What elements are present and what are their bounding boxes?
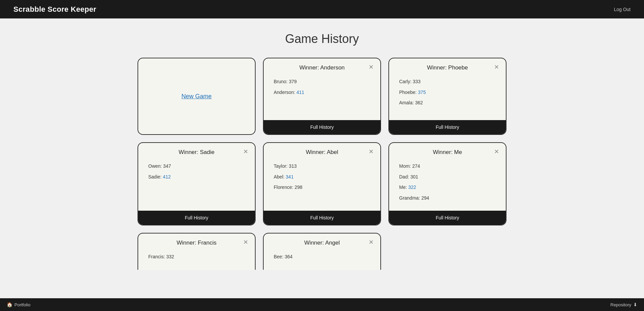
player-score-row: Phoebe: 375 xyxy=(399,89,496,96)
card-title-abel: Winner: Abel xyxy=(306,149,338,156)
card-footer-sadie[interactable]: Full History xyxy=(138,211,255,225)
new-game-button[interactable]: New Game xyxy=(181,93,212,100)
winner-score: 411 xyxy=(297,90,304,95)
player-score-row: Anderson: 411 xyxy=(274,89,370,96)
card-body-abel: Taylor: 313Abel: 341Florence: 298 xyxy=(264,160,380,211)
partial-card-angel: Winner: Angel✕Bee: 364 xyxy=(263,233,381,270)
card-header-sadie: Winner: Sadie✕ xyxy=(138,143,255,160)
player-score-row: Bee: 364 xyxy=(274,254,370,260)
card-footer-abel[interactable]: Full History xyxy=(264,211,380,225)
close-button-me[interactable]: ✕ xyxy=(493,148,500,155)
portfolio-link[interactable]: 🏠 Portfolio xyxy=(7,302,31,307)
partial-close-angel[interactable]: ✕ xyxy=(367,239,375,246)
close-button-sadie[interactable]: ✕ xyxy=(242,148,250,155)
player-score-row: Francis: 332 xyxy=(148,254,245,260)
partial-title-angel: Winner: Angel xyxy=(304,240,340,246)
player-score-row: Taylor: 313 xyxy=(274,163,370,170)
game-card-anderson: Winner: Anderson✕Bruno: 379Anderson: 411… xyxy=(263,58,381,135)
card-header-me: Winner: Me✕ xyxy=(389,143,506,160)
player-score-row: Owen: 347 xyxy=(148,163,245,170)
card-footer-phoebe[interactable]: Full History xyxy=(389,120,506,134)
game-card-me: Winner: Me✕Mom: 274Dad: 301Me: 322Grandm… xyxy=(388,142,506,225)
page-title: Game History xyxy=(20,32,624,46)
card-footer-anderson[interactable]: Full History xyxy=(264,120,380,134)
player-score-row: Grandma: 294 xyxy=(399,195,496,202)
partial-card-francis: Winner: Francis✕Francis: 332 xyxy=(138,233,256,270)
game-card-sadie: Winner: Sadie✕Owen: 347Sadie: 412Full Hi… xyxy=(138,142,256,225)
app-title: Scrabble Score Keeper xyxy=(13,5,96,14)
player-score-row: Sadie: 412 xyxy=(148,174,245,180)
portfolio-label: Portfolio xyxy=(14,302,31,307)
card-body-phoebe: Carly: 333Phoebe: 375Amala: 362 xyxy=(389,76,506,120)
repository-link[interactable]: Repository ⬇ xyxy=(610,302,637,307)
header: Scrabble Score Keeper Log Out xyxy=(0,0,644,18)
portfolio-icon: 🏠 xyxy=(7,302,12,307)
card-header-abel: Winner: Abel✕ xyxy=(264,143,380,160)
repository-icon: ⬇ xyxy=(633,302,637,307)
partial-header-francis: Winner: Francis✕ xyxy=(138,234,255,251)
card-title-anderson: Winner: Anderson xyxy=(299,64,344,71)
partial-games-row: Winner: Francis✕Francis: 332Winner: Ange… xyxy=(138,233,506,270)
logout-button[interactable]: Log Out xyxy=(614,7,631,12)
player-score-row: Mom: 274 xyxy=(399,163,496,170)
partial-empty-slot xyxy=(388,233,506,270)
partial-body-francis: Francis: 332 xyxy=(138,251,255,270)
partial-header-angel: Winner: Angel✕ xyxy=(264,234,380,251)
player-score-row: Dad: 301 xyxy=(399,174,496,180)
player-score-row: Amala: 362 xyxy=(399,100,496,106)
game-card-abel: Winner: Abel✕Taylor: 313Abel: 341Florenc… xyxy=(263,142,381,225)
close-button-abel[interactable]: ✕ xyxy=(367,148,375,155)
winner-score: 412 xyxy=(163,174,171,179)
close-button-anderson[interactable]: ✕ xyxy=(367,63,375,71)
card-title-sadie: Winner: Sadie xyxy=(179,149,215,156)
winner-score: 375 xyxy=(418,90,426,95)
partial-close-francis[interactable]: ✕ xyxy=(242,239,250,246)
main-content: Game History New Game Winner: Anderson✕B… xyxy=(0,18,644,298)
card-footer-me[interactable]: Full History xyxy=(389,211,506,225)
partial-body-angel: Bee: 364 xyxy=(264,251,380,270)
card-header-anderson: Winner: Anderson✕ xyxy=(264,58,380,76)
card-header-phoebe: Winner: Phoebe✕ xyxy=(389,58,506,76)
games-grid: New Game Winner: Anderson✕Bruno: 379Ande… xyxy=(138,58,506,225)
player-score-row: Bruno: 379 xyxy=(274,79,370,85)
card-body-sadie: Owen: 347Sadie: 412 xyxy=(138,160,255,211)
card-title-phoebe: Winner: Phoebe xyxy=(427,64,468,71)
player-score-row: Carly: 333 xyxy=(399,79,496,85)
footer-bar: 🏠 Portfolio Repository ⬇ xyxy=(0,298,644,311)
partial-title-francis: Winner: Francis xyxy=(176,240,216,246)
player-score-row: Abel: 341 xyxy=(274,174,370,180)
close-button-phoebe[interactable]: ✕ xyxy=(493,63,500,71)
player-score-row: Me: 322 xyxy=(399,184,496,191)
card-title-me: Winner: Me xyxy=(433,149,462,156)
repository-label: Repository xyxy=(610,302,631,307)
winner-score: 322 xyxy=(408,185,416,190)
winner-score: 341 xyxy=(286,174,293,179)
new-game-card[interactable]: New Game xyxy=(138,58,256,135)
card-body-me: Mom: 274Dad: 301Me: 322Grandma: 294 xyxy=(389,160,506,211)
card-body-anderson: Bruno: 379Anderson: 411 xyxy=(264,76,380,120)
game-card-phoebe: Winner: Phoebe✕Carly: 333Phoebe: 375Amal… xyxy=(388,58,506,135)
player-score-row: Florence: 298 xyxy=(274,184,370,191)
